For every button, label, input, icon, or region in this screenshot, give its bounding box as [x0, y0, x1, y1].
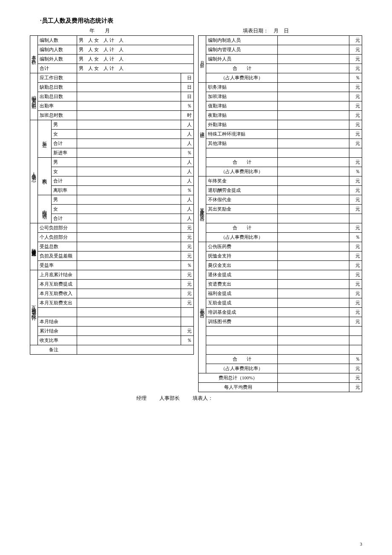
cell-value [278, 101, 349, 111]
row-label: 其他津贴 [206, 139, 278, 148]
cell-unit [181, 317, 194, 327]
cell-value [278, 148, 349, 158]
cell-unit: 元 [349, 92, 362, 101]
row-label: 编制内制造人员 [206, 36, 278, 45]
cell-value [278, 251, 349, 261]
table-row: 本月人数 编制人数 男 人 女 人 计 人 [30, 36, 194, 45]
row-label [206, 214, 278, 223]
table-row: 编制外人数 男 人 女 人 计 人 [30, 55, 194, 64]
side-label: 津贴 [199, 83, 206, 176]
cell-unit: 元 [349, 111, 362, 120]
table-row: 备注 [30, 345, 194, 355]
table-row [199, 327, 362, 336]
cell-value [278, 233, 349, 242]
cell-value [278, 83, 349, 92]
table-row: 编制人员出勤 应工作日数 日 [30, 73, 194, 83]
table-row: 奖金奖性支出 年终奖金元 [199, 176, 362, 186]
table-row: 夜勤津贴元 [199, 111, 362, 120]
cell-unit: 元 [349, 251, 362, 261]
side-label: 其他支出 [199, 242, 206, 373]
cell-value [77, 176, 181, 186]
table-row: 编制外人员元 [199, 55, 362, 64]
cell-unit: 元 [349, 139, 362, 148]
table-row [199, 148, 362, 158]
row-label: 负担及受益差额 [38, 251, 77, 261]
remark-label: 备注 [30, 345, 77, 355]
cell-value [77, 158, 181, 167]
cell-unit: 元 [349, 130, 362, 139]
cell-unit: 元 [349, 205, 362, 214]
table-row: 收支比率％ [30, 336, 194, 345]
cell-value [77, 205, 181, 214]
cell-unit: 元 [349, 242, 362, 251]
row-label: 职务津贴 [206, 83, 278, 92]
row-label: （占人事费用比率） [206, 73, 278, 83]
cell-value [278, 270, 349, 280]
cell-value [77, 251, 181, 261]
cell-value [77, 186, 181, 195]
table-row: 训练图书费元 [199, 317, 362, 327]
row-label: 出勤率 [38, 101, 77, 111]
table-row: 合 计元 [199, 64, 362, 73]
cell-unit: ％ [181, 148, 194, 158]
sub-side-label: 离职 [38, 158, 52, 195]
row-label: 合计 [52, 139, 77, 148]
cell-value [77, 111, 181, 120]
table-row: 个人负担部分元 [30, 233, 194, 242]
cell-value [77, 167, 181, 176]
cell-unit: 人 [181, 205, 194, 214]
table-row: 抚恤金支持元 [199, 251, 362, 261]
row-label: 加班津贴 [206, 92, 278, 101]
row-label [206, 148, 278, 158]
row-label: （占人事费用比率） [206, 233, 278, 242]
row-label: 每人平均费用 [199, 383, 278, 392]
cell-value [278, 195, 349, 205]
table-row: 退休金提成元 [199, 270, 362, 280]
cell-unit: 人 [181, 130, 194, 139]
table-row: （占人事费用比率）％ [199, 233, 362, 242]
cell-value [77, 130, 181, 139]
cell-unit: 元 [349, 55, 362, 64]
row-label: 奠仪金支出 [206, 261, 278, 270]
side-label: 互助费动态统计 [30, 270, 38, 345]
cell-unit: 元 [349, 280, 362, 289]
row-label: 合计 [52, 214, 77, 223]
cell-value [278, 55, 349, 64]
row-label [206, 345, 278, 355]
row-label: 新进率 [52, 148, 77, 158]
row-label: 女 [52, 130, 77, 139]
row-label: 训练图书费 [206, 317, 278, 327]
row-label: 男 [52, 195, 77, 205]
row-label: 本月互助费提成 [38, 280, 77, 289]
cell-unit: 元 [349, 383, 362, 392]
table-row: 特殊工种环境津贴元 [199, 130, 362, 139]
cell-unit: 元 [349, 317, 362, 327]
side-label: 预计劳保受益比率 [30, 223, 38, 270]
cell-unit: 元 [181, 280, 194, 289]
cell-unit: ％ [349, 355, 362, 364]
table-row: 合 计元 [199, 158, 362, 167]
table-row: 本月互助费提成元 [30, 280, 194, 289]
cell-value [278, 92, 349, 101]
cell-value [278, 120, 349, 130]
cell-unit [349, 345, 362, 355]
table-row: 其他津贴元 [199, 139, 362, 148]
cell-value [278, 45, 349, 55]
cell-unit [349, 327, 362, 336]
side-label: 人事动态 [30, 120, 38, 223]
table-row: 外勤津贴元 [199, 120, 362, 130]
cell-value [278, 373, 349, 383]
row-label: 编制外人数 [38, 55, 77, 64]
row-label: 离职率 [52, 186, 77, 195]
row-label: 累计结余 [38, 327, 77, 336]
row-label: 公伤医药费 [206, 242, 278, 251]
row-label: 夜勤津贴 [206, 111, 278, 120]
cell-value [278, 289, 349, 298]
row-label: 本月互助费支出 [38, 298, 77, 308]
cell-value [278, 130, 349, 139]
cell-unit: 时 [181, 111, 194, 120]
cell-value [77, 223, 181, 233]
table-row: 编制内管理人员元 [199, 45, 362, 55]
cell-unit: 元 [349, 195, 362, 205]
row-label: 资遣费支出 [206, 280, 278, 289]
